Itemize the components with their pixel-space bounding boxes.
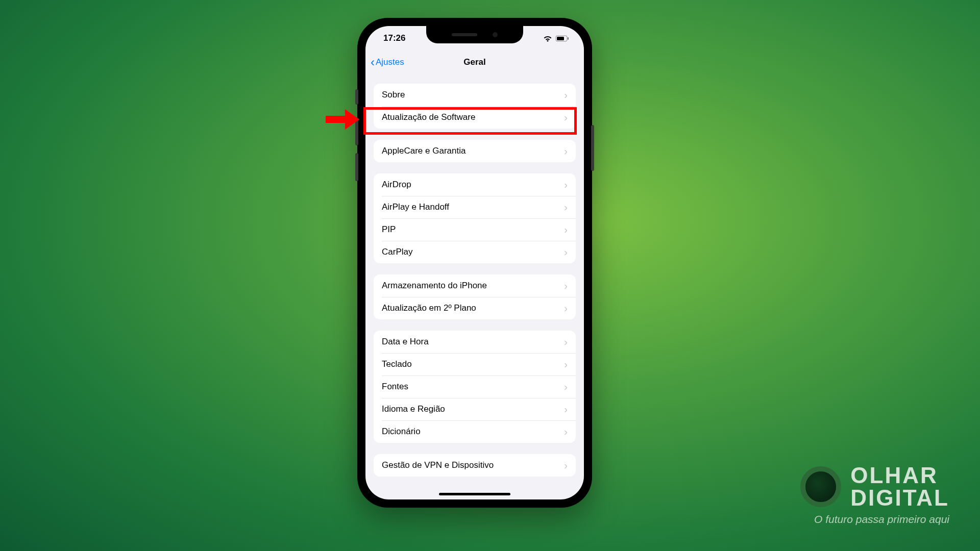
chevron-right-icon: › <box>564 404 568 415</box>
row-airdrop[interactable]: AirDrop › <box>374 173 576 196</box>
chevron-right-icon: › <box>564 202 568 213</box>
settings-group: AppleCare e Garantia › <box>374 140 576 162</box>
row-about[interactable]: Sobre › <box>374 84 576 106</box>
chevron-right-icon: › <box>564 112 568 123</box>
row-label: Sobre <box>382 90 405 100</box>
chevron-right-icon: › <box>564 89 568 101</box>
chevron-right-icon: › <box>564 426 568 438</box>
chevron-left-icon: ‹ <box>371 56 375 68</box>
row-label: Data e Hora <box>382 337 429 347</box>
row-applecare[interactable]: AppleCare e Garantia › <box>374 140 576 162</box>
settings-content[interactable]: Sobre › Atualização de Software › AppleC… <box>365 73 584 499</box>
settings-group: AirDrop › AirPlay e Handoff › PIP › CarP… <box>374 173 576 263</box>
status-time: 17:26 <box>383 33 405 43</box>
svg-rect-2 <box>568 37 569 40</box>
row-airplay[interactable]: AirPlay e Handoff › <box>374 196 576 218</box>
home-indicator[interactable] <box>439 493 510 495</box>
row-label: CarPlay <box>382 247 412 257</box>
row-storage[interactable]: Armazenamento do iPhone › <box>374 274 576 297</box>
brand-logo: OLHAR DIGITAL O futuro passa primeiro aq… <box>800 464 949 525</box>
row-label: PIP <box>382 224 396 235</box>
chevron-right-icon: › <box>564 179 568 191</box>
row-carplay[interactable]: CarPlay › <box>374 241 576 263</box>
notch <box>426 26 523 43</box>
row-label: Armazenamento do iPhone <box>382 281 487 291</box>
settings-group: Armazenamento do iPhone › Atualização em… <box>374 274 576 319</box>
phone-screen: 17:26 ‹ Ajustes Geral Sobre › <box>365 26 584 499</box>
brand-name-line2: DIGITAL <box>850 487 949 509</box>
brand-tagline: O futuro passa primeiro aqui <box>814 513 949 525</box>
chevron-right-icon: › <box>564 145 568 157</box>
row-label: AirPlay e Handoff <box>382 202 449 212</box>
phone-frame: 17:26 ‹ Ajustes Geral Sobre › <box>357 18 592 508</box>
power-button <box>591 125 594 171</box>
silent-switch <box>355 89 358 105</box>
row-label: Fontes <box>382 382 408 392</box>
settings-group: Gestão de VPN e Dispositivo › <box>374 454 576 477</box>
row-label: Atualização de Software <box>382 112 475 122</box>
row-label: AirDrop <box>382 180 411 190</box>
row-vpn-device[interactable]: Gestão de VPN e Dispositivo › <box>374 454 576 477</box>
row-label: Idioma e Região <box>382 404 445 414</box>
row-label: Teclado <box>382 359 412 369</box>
row-background-refresh[interactable]: Atualização em 2º Plano › <box>374 297 576 319</box>
chevron-right-icon: › <box>564 280 568 292</box>
row-label: Gestão de VPN e Dispositivo <box>382 460 494 470</box>
row-software-update[interactable]: Atualização de Software › <box>374 106 576 129</box>
row-language-region[interactable]: Idioma e Região › <box>374 398 576 420</box>
front-camera <box>493 32 498 37</box>
brand-name-line1: OLHAR <box>850 464 949 487</box>
settings-group: Sobre › Atualização de Software › <box>374 84 576 129</box>
chevron-right-icon: › <box>564 303 568 314</box>
navigation-bar: ‹ Ajustes Geral <box>365 51 584 73</box>
callout-arrow-icon <box>326 109 361 130</box>
chevron-right-icon: › <box>564 359 568 370</box>
chevron-right-icon: › <box>564 224 568 236</box>
page-title: Geral <box>463 57 485 67</box>
logo-icon <box>800 466 841 507</box>
chevron-right-icon: › <box>564 460 568 471</box>
row-pip[interactable]: PIP › <box>374 218 576 241</box>
row-label: Dicionário <box>382 427 421 437</box>
wifi-icon <box>543 35 552 42</box>
chevron-right-icon: › <box>564 336 568 348</box>
back-button[interactable]: ‹ Ajustes <box>371 56 404 68</box>
svg-rect-1 <box>557 37 564 40</box>
row-date-time[interactable]: Data e Hora › <box>374 331 576 353</box>
row-fonts[interactable]: Fontes › <box>374 375 576 398</box>
battery-icon <box>555 35 570 42</box>
speaker-grille <box>452 33 477 36</box>
row-keyboard[interactable]: Teclado › <box>374 353 576 375</box>
row-label: AppleCare e Garantia <box>382 146 465 156</box>
chevron-right-icon: › <box>564 381 568 393</box>
chevron-right-icon: › <box>564 246 568 258</box>
settings-group: Data e Hora › Teclado › Fontes › Idioma … <box>374 331 576 443</box>
back-label: Ajustes <box>376 57 404 67</box>
row-label: Atualização em 2º Plano <box>382 303 476 313</box>
volume-down-button <box>355 153 358 181</box>
row-dictionary[interactable]: Dicionário › <box>374 420 576 443</box>
